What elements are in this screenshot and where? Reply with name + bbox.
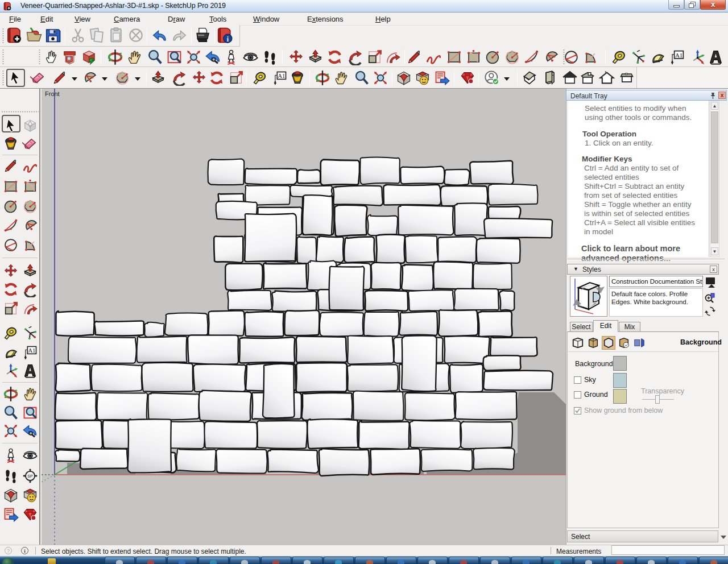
svg-text:A1: A1 — [278, 73, 285, 79]
svg-text:A1: A1 — [675, 52, 682, 59]
svg-text:A1: A1 — [28, 347, 35, 354]
svg-text:Front: Front — [45, 90, 60, 97]
svg-text:SP: SP — [27, 474, 33, 478]
